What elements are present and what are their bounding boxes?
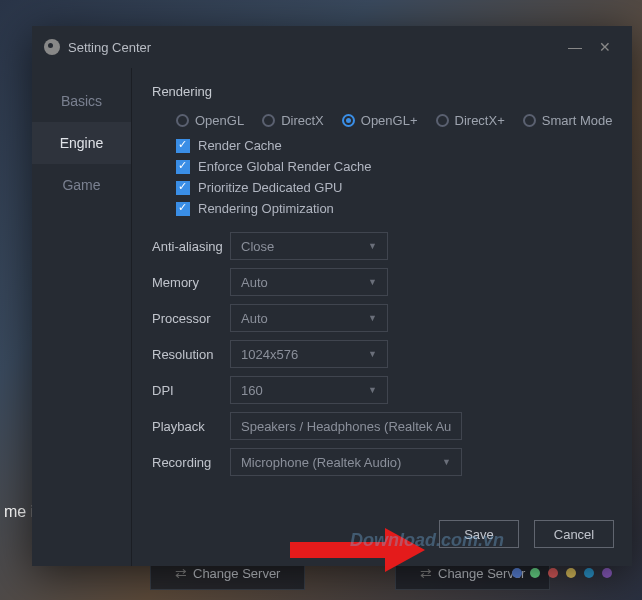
settings-modal: Setting Center — ✕ Basics Engine Game Re…: [32, 26, 632, 566]
save-button[interactable]: Save: [439, 520, 519, 548]
checkbox-icon: [176, 139, 190, 153]
radio-directxplus[interactable]: DirectX+: [436, 113, 505, 128]
minimize-button[interactable]: —: [560, 39, 590, 55]
window-title: Setting Center: [68, 40, 151, 55]
titlebar: Setting Center — ✕: [32, 26, 632, 68]
cancel-button[interactable]: Cancel: [534, 520, 614, 548]
chevron-down-icon: ▼: [368, 241, 377, 251]
checkbox-icon: [176, 202, 190, 216]
anti-aliasing-select[interactable]: Close▼: [230, 232, 388, 260]
rendering-heading: Rendering: [152, 84, 632, 99]
playback-label: Playback: [152, 419, 230, 434]
radio-directx[interactable]: DirectX: [262, 113, 324, 128]
resolution-label: Resolution: [152, 347, 230, 362]
swap-icon: ⇄: [175, 565, 187, 581]
change-server-label: Change Server: [193, 566, 280, 581]
app-icon: [44, 39, 60, 55]
resolution-select[interactable]: 1024x576▼: [230, 340, 388, 368]
radio-checked-icon: [342, 114, 355, 127]
chevron-down-icon: ▼: [368, 277, 377, 287]
check-prioritize-dedicated-gpu[interactable]: Prioritize Dedicated GPU: [152, 180, 632, 195]
sidebar-item-basics[interactable]: Basics: [32, 80, 131, 122]
sidebar-item-game[interactable]: Game: [32, 164, 131, 206]
checkbox-icon: [176, 160, 190, 174]
radio-opengl[interactable]: OpenGL: [176, 113, 244, 128]
swap-icon: ⇄: [420, 565, 432, 581]
color-dots: [512, 568, 612, 578]
anti-aliasing-label: Anti-aliasing: [152, 239, 230, 254]
check-enforce-global-render-cache[interactable]: Enforce Global Render Cache: [152, 159, 632, 174]
dpi-select[interactable]: 160▼: [230, 376, 388, 404]
check-rendering-optimization[interactable]: Rendering Optimization: [152, 201, 632, 216]
playback-select[interactable]: Speakers / Headphones (Realtek Audio): [230, 412, 462, 440]
memory-select[interactable]: Auto▼: [230, 268, 388, 296]
chevron-down-icon: ▼: [442, 457, 451, 467]
chevron-down-icon: ▼: [368, 313, 377, 323]
radio-smartmode[interactable]: Smart Mode: [523, 113, 613, 128]
rendering-radio-group: OpenGL DirectX OpenGL+ DirectX+ Smart Mo…: [152, 113, 632, 128]
processor-select[interactable]: Auto▼: [230, 304, 388, 332]
recording-label: Recording: [152, 455, 230, 470]
radio-openglplus[interactable]: OpenGL+: [342, 113, 418, 128]
chevron-down-icon: ▼: [368, 349, 377, 359]
processor-label: Processor: [152, 311, 230, 326]
dpi-label: DPI: [152, 383, 230, 398]
close-button[interactable]: ✕: [590, 39, 620, 55]
chevron-down-icon: ▼: [368, 385, 377, 395]
memory-label: Memory: [152, 275, 230, 290]
check-render-cache[interactable]: Render Cache: [152, 138, 632, 153]
sidebar: Basics Engine Game: [32, 68, 132, 566]
content-pane: Rendering OpenGL DirectX OpenGL+ DirectX…: [132, 68, 632, 566]
sidebar-item-engine[interactable]: Engine: [32, 122, 131, 164]
checkbox-icon: [176, 181, 190, 195]
recording-select[interactable]: Microphone (Realtek Audio)▼: [230, 448, 462, 476]
